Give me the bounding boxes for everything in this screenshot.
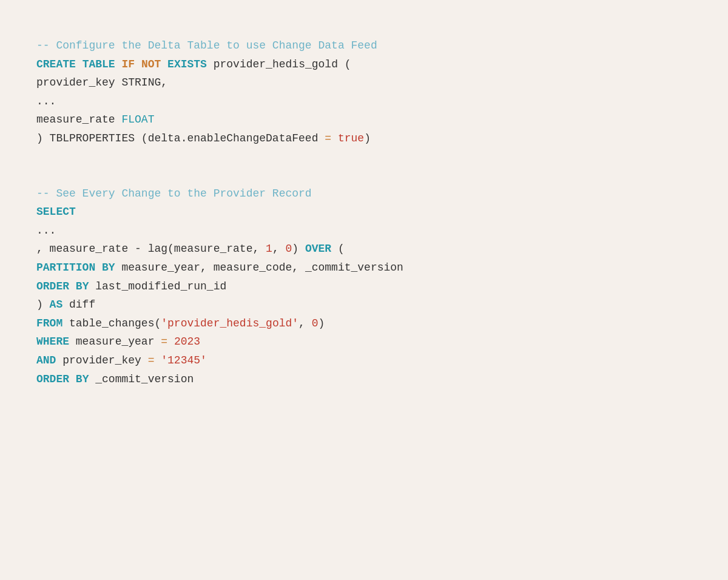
partition-line: PARTITION BY measure_year, measure_code,… [36, 258, 692, 277]
section-2: -- See Every Change to the Provider Reco… [36, 184, 692, 389]
comment-1: -- Configure the Delta Table to use Chan… [36, 36, 692, 55]
section-1: -- Configure the Delta Table to use Chan… [36, 36, 692, 148]
tblproperties-line: ) TBLPROPERTIES (delta.enableChangeDataF… [36, 129, 692, 148]
code-container: -- Configure the Delta Table to use Chan… [0, 0, 728, 437]
as-diff-line: ) AS diff [36, 295, 692, 314]
from-line: FROM table_changes('provider_hedis_gold'… [36, 314, 692, 333]
measure-rate-line: measure_rate FLOAT [36, 110, 692, 129]
comment-2: -- See Every Change to the Provider Reco… [36, 184, 692, 203]
ellipsis-2: ... [36, 221, 692, 240]
select-line: SELECT [36, 203, 692, 221]
order-by-commit-line: ORDER BY _commit_version [36, 370, 692, 389]
ellipsis-1: ... [36, 92, 692, 111]
create-table-line: CREATE TABLE IF NOT EXISTS provider_hedi… [36, 55, 692, 74]
and-provider-line: AND provider_key = '12345' [36, 351, 692, 370]
order-by-line: ORDER BY last_modified_run_id [36, 277, 692, 296]
provider-key-line: provider_key STRING, [36, 73, 692, 92]
measure-lag-line: , measure_rate - lag(measure_rate, 1, 0)… [36, 240, 692, 258]
where-line: WHERE measure_year = 2023 [36, 332, 692, 351]
